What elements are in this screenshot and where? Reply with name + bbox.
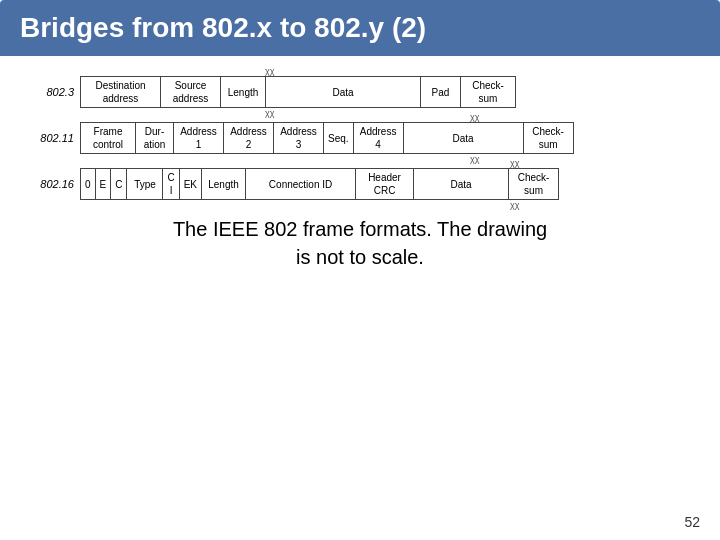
snake-above-80211: χχ xyxy=(470,112,479,122)
cell-length-8023: Length xyxy=(221,77,266,108)
cell-type: Type xyxy=(127,169,163,200)
cell-checksum-80211: Check-sum xyxy=(523,123,573,154)
cell-seq: Seq. xyxy=(324,123,354,154)
cell-addr4: Address4 xyxy=(353,123,403,154)
snake-above-8023: χχ xyxy=(265,66,274,76)
cell-checksum-80216: Check-sum xyxy=(509,169,559,200)
cell-addr1: Address1 xyxy=(174,123,224,154)
frame-cells-80211: χχ χχ Framecontrol Dur-ation Address1 Ad… xyxy=(80,122,574,154)
cell-0: 0 xyxy=(81,169,96,200)
slide-title: Bridges from 802.x to 802.y (2) xyxy=(0,0,720,56)
cell-frame-ctrl: Framecontrol xyxy=(81,123,136,154)
cell-EK: EK xyxy=(179,169,201,200)
cell-connection-id: Connection ID xyxy=(246,169,356,200)
cell-src-addr: Sourceaddress xyxy=(161,77,221,108)
cell-C: C xyxy=(111,169,127,200)
caption: The IEEE 802 frame formats. The drawing … xyxy=(30,215,690,271)
cell-E: E xyxy=(95,169,111,200)
snake-below-80211: χχ xyxy=(470,154,479,164)
snake-above-80216: χχ xyxy=(510,158,519,168)
frame-row-80211: 802.11 χχ χχ Framecontrol Dur-ation Addr… xyxy=(30,122,690,154)
slide-number: 52 xyxy=(684,514,700,530)
cell-checksum-8023: Check-sum xyxy=(461,77,516,108)
frame-table-8023: Destinationaddress Sourceaddress Length … xyxy=(80,76,516,108)
cell-data-80211: Data xyxy=(403,123,523,154)
cell-pad: Pad xyxy=(421,77,461,108)
frame-table-80211: Framecontrol Dur-ation Address1 Address2… xyxy=(80,122,574,154)
snake-below-8023: χχ xyxy=(265,108,274,118)
caption-line1: The IEEE 802 frame formats. The drawing xyxy=(30,215,690,243)
snake-below-80216: χχ xyxy=(510,200,519,210)
frame-cells-80216: χχ χχ 0 E C Type CI EK Length Connection… xyxy=(80,168,559,200)
cell-dest-addr: Destinationaddress xyxy=(81,77,161,108)
cell-CI: CI xyxy=(163,169,179,200)
cell-length-80216: Length xyxy=(202,169,246,200)
frame-row-80216: 802.16 χχ χχ 0 E C Type CI EK Length Con… xyxy=(30,168,690,200)
row-label-80216: 802.16 xyxy=(30,178,80,190)
frame-row-8023: 802.3 χχ χχ Destinationaddress Sourceadd… xyxy=(30,76,690,108)
cell-data-80216: Data xyxy=(414,169,509,200)
row-label-80211: 802.11 xyxy=(30,132,80,144)
cell-duration: Dur-ation xyxy=(136,123,174,154)
frame-table-80216: 0 E C Type CI EK Length Connection ID He… xyxy=(80,168,559,200)
cell-addr2: Address2 xyxy=(224,123,274,154)
row-label-8023: 802.3 xyxy=(30,86,80,98)
cell-header-crc: HeaderCRC xyxy=(356,169,414,200)
slide: Bridges from 802.x to 802.y (2) 802.3 χχ… xyxy=(0,0,720,540)
cell-data-8023: Data xyxy=(266,77,421,108)
cell-addr3: Address3 xyxy=(274,123,324,154)
title-text: Bridges from 802.x to 802.y (2) xyxy=(20,12,426,43)
caption-line2: is not to scale. xyxy=(30,243,690,271)
content-area: 802.3 χχ χχ Destinationaddress Sourceadd… xyxy=(0,56,720,291)
frame-cells-8023: χχ χχ Destinationaddress Sourceaddress L… xyxy=(80,76,516,108)
